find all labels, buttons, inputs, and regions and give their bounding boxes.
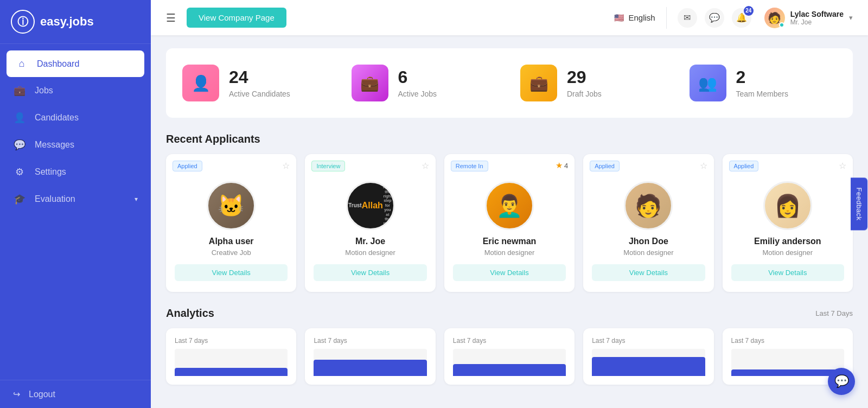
evaluation-icon: 🎓 — [13, 193, 26, 205]
applicant-4-status: Applied — [590, 161, 620, 171]
team-members-label: Team Members — [736, 90, 788, 98]
chat-fab-button[interactable]: 💬 — [828, 368, 855, 395]
chat-button[interactable]: 💬 — [705, 8, 724, 28]
applicant-2-avatar: Trust Allah Be upon the right stepfor yo… — [346, 181, 395, 230]
main-content: ☰ View Company Page 🇺🇸 English ✉ 💬 🔔 24 … — [151, 0, 868, 408]
analytics-card-4-label: Last 7 days — [592, 337, 705, 345]
applicant-5-avatar: 👩 — [763, 181, 812, 230]
team-members-number: 2 — [736, 68, 788, 87]
candidates-icon: 👤 — [13, 112, 26, 124]
stats-row: 👤 24 Active Candidates 💼 6 Active Jobs 💼… — [166, 48, 853, 118]
applicant-4-view-details[interactable]: View Details — [592, 264, 705, 281]
active-jobs-info: 6 Active Jobs — [398, 68, 437, 98]
analytics-bar-4 — [592, 357, 705, 376]
user-profile[interactable]: 🧑 Lylac Software Mr. Joe ▾ — [764, 8, 853, 28]
sidebar-item-evaluation-label: Evaluation — [35, 194, 75, 204]
analytics-card-5-label: Last 7 days — [731, 337, 844, 345]
draft-jobs-label: Draft Jobs — [567, 90, 602, 98]
draft-jobs-number: 29 — [567, 68, 602, 87]
analytics-bar-5 — [731, 369, 844, 377]
applicant-5-view-details[interactable]: View Details — [731, 264, 844, 281]
analytics-cards: Last 7 days Last 7 days Last 7 days Last… — [166, 328, 853, 385]
analytics-bar-1 — [175, 368, 288, 376]
sidebar-item-jobs[interactable]: 💼 Jobs — [0, 77, 151, 104]
analytics-bar-container-1 — [175, 349, 288, 376]
sidebar-item-settings[interactable]: ⚙ Settings — [0, 158, 151, 186]
applicant-1-job: Creative Job — [212, 248, 251, 257]
sidebar: ⓘ easy.jobs ⌂ Dashboard 💼 Jobs 👤 Candida… — [0, 0, 151, 408]
applicant-2-view-details[interactable]: View Details — [314, 264, 426, 281]
sidebar-item-candidates-label: Candidates — [35, 113, 79, 123]
sidebar-item-jobs-label: Jobs — [35, 86, 53, 95]
applicant-3-star-rating: ★ 4 — [556, 161, 568, 170]
analytics-bar-2 — [314, 360, 426, 376]
sidebar-item-evaluation[interactable]: 🎓 Evaluation ▾ — [0, 186, 151, 213]
team-members-icon: 👥 — [690, 65, 726, 101]
messages-icon: 💬 — [13, 139, 26, 151]
logout-button[interactable]: ↪ Logout — [0, 380, 151, 408]
online-indicator — [779, 22, 784, 28]
applicant-2-star[interactable]: ☆ — [422, 161, 429, 171]
applicant-3-avatar: 👨‍🦱 — [485, 181, 534, 230]
applicant-5-job: Motion designer — [763, 248, 813, 257]
analytics-period: Last 7 Days — [815, 309, 853, 317]
logo-icon: ⓘ — [11, 10, 35, 34]
email-button[interactable]: ✉ — [678, 8, 697, 28]
analytics-bar-container-4 — [592, 349, 705, 376]
applicant-card-2: Interview ☆ Trust Allah Be upon the righ… — [305, 154, 435, 292]
header: ☰ View Company Page 🇺🇸 English ✉ 💬 🔔 24 … — [151, 0, 868, 35]
applicant-1-view-details[interactable]: View Details — [175, 264, 288, 281]
applicant-card-5: Applied ☆ 👩 Emiliy anderson Motion desig… — [723, 154, 853, 292]
user-company: Lylac Software — [790, 10, 844, 18]
home-icon: ⌂ — [15, 58, 28, 69]
user-name: Mr. Joe — [790, 18, 844, 26]
applicant-5-status: Applied — [729, 161, 759, 171]
divider — [666, 7, 667, 29]
star-filled-icon: ★ — [556, 161, 563, 170]
applicant-card-3: Remote In ★ 4 👨‍🦱 Eric newman Motion des… — [444, 154, 575, 292]
language-label: English — [629, 13, 655, 22]
applicant-3-name: Eric newman — [483, 237, 537, 246]
sidebar-item-dashboard[interactable]: ⌂ Dashboard — [7, 50, 144, 77]
stat-draft-jobs: 💼 29 Draft Jobs — [515, 59, 673, 107]
view-company-button[interactable]: View Company Page — [187, 8, 286, 28]
sidebar-item-candidates[interactable]: 👤 Candidates — [0, 104, 151, 131]
jobs-icon: 💼 — [13, 85, 26, 97]
recent-applicants-title: Recent Applicants — [166, 133, 853, 145]
applicant-2-status: Interview — [311, 161, 345, 171]
analytics-card-1-label: Last 7 days — [175, 337, 288, 345]
logo-text: easy.jobs — [40, 15, 94, 29]
applicant-4-star[interactable]: ☆ — [700, 161, 707, 171]
notification-button[interactable]: 🔔 24 — [732, 8, 751, 28]
applicant-5-star[interactable]: ☆ — [839, 161, 846, 171]
analytics-card-2: Last 7 days — [305, 328, 435, 385]
applicant-2-name: Mr. Joe — [355, 237, 385, 246]
active-jobs-icon: 💼 — [352, 65, 388, 101]
profile-dropdown-arrow[interactable]: ▾ — [849, 14, 853, 22]
analytics-card-1: Last 7 days — [166, 328, 296, 385]
notification-badge: 24 — [744, 6, 754, 16]
applicant-1-avatar: 🐱 — [207, 181, 256, 230]
menu-icon[interactable]: ☰ — [166, 11, 176, 24]
applicant-3-job: Motion designer — [484, 248, 535, 257]
sidebar-nav: ⌂ Dashboard 💼 Jobs 👤 Candidates 💬 Messag… — [0, 44, 151, 380]
active-jobs-number: 6 — [398, 68, 437, 87]
logout-icon: ↪ — [13, 389, 20, 399]
applicant-3-status: Remote In — [451, 161, 488, 171]
active-candidates-icon: 👤 — [182, 65, 219, 101]
applicant-card-1: Applied ☆ 🐱 Alpha user Creative Job View… — [166, 154, 296, 292]
sidebar-item-dashboard-label: Dashboard — [37, 59, 79, 69]
feedback-tab[interactable]: Feedback — [851, 177, 867, 230]
language-selector[interactable]: 🇺🇸 English — [614, 13, 655, 23]
applicant-1-name: Alpha user — [209, 237, 254, 246]
team-members-info: 2 Team Members — [736, 68, 788, 98]
analytics-card-4: Last 7 days — [583, 328, 713, 385]
applicant-1-star[interactable]: ☆ — [282, 161, 290, 171]
applicant-3-view-details[interactable]: View Details — [453, 264, 566, 281]
applicant-4-job: Motion designer — [623, 248, 674, 257]
sidebar-item-messages-label: Messages — [35, 140, 74, 150]
analytics-bar-3 — [453, 364, 566, 377]
sidebar-item-messages[interactable]: 💬 Messages — [0, 131, 151, 158]
applicant-1-status: Applied — [173, 161, 202, 171]
settings-icon: ⚙ — [13, 166, 26, 178]
